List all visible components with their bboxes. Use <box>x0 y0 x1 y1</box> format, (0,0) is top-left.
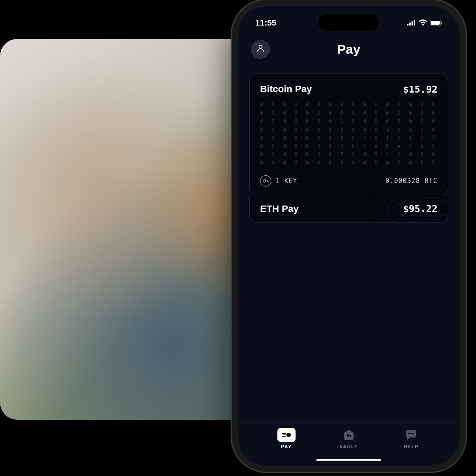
hash-matrix: 0 0 0 0 0 0 0 0 0 0 0 0 0 0 0 0 0 0 0 0 … <box>260 101 437 167</box>
svg-point-26 <box>410 433 412 434</box>
tab-label: VAULT <box>340 444 358 449</box>
vault-icon <box>340 428 358 442</box>
wallet-card-eth[interactable]: ETH Pay $95.22 <box>249 196 448 223</box>
profile-icon <box>256 44 265 55</box>
wallet-balance-fiat: $95.22 <box>403 203 437 214</box>
status-time: 11:55 <box>255 18 277 28</box>
page-title: Pay <box>337 42 360 57</box>
svg-rect-6 <box>431 21 440 25</box>
profile-button[interactable] <box>251 40 270 59</box>
tab-bar: PAY VAULT HELP <box>238 422 460 466</box>
svg-rect-0 <box>407 24 408 26</box>
wifi-icon <box>419 18 427 28</box>
tab-vault[interactable]: VAULT <box>340 428 358 449</box>
app-header: Pay <box>238 32 460 65</box>
home-indicator[interactable] <box>316 459 381 461</box>
wallet-name: Bitcoin Pay <box>260 84 312 95</box>
dynamic-island <box>318 14 379 31</box>
wallet-cards: Bitcoin Pay $15.92 0 0 0 0 0 0 0 0 0 0 0… <box>238 65 460 223</box>
cellular-icon <box>407 18 416 28</box>
svg-rect-7 <box>441 22 442 24</box>
status-icons <box>407 18 442 28</box>
wallet-balance-fiat: $15.92 <box>403 84 437 95</box>
svg-rect-2 <box>412 21 413 26</box>
phone-screen: 11:55 Pay <box>238 6 460 466</box>
svg-point-18 <box>286 433 291 437</box>
svg-point-9 <box>263 180 266 182</box>
wallet-card-bitcoin[interactable]: Bitcoin Pay $15.92 0 0 0 0 0 0 0 0 0 0 0… <box>249 74 448 196</box>
svg-point-27 <box>412 433 414 434</box>
help-icon <box>402 428 420 442</box>
tab-help[interactable]: HELP <box>402 428 420 449</box>
svg-point-8 <box>259 45 262 48</box>
keys-label: 1 KEY <box>276 177 297 185</box>
tab-label: PAY <box>281 444 292 449</box>
tab-label: HELP <box>403 444 418 449</box>
wallet-balance-crypto: 0.000328 BTC <box>386 177 437 185</box>
svg-rect-1 <box>409 23 411 26</box>
svg-rect-3 <box>414 20 415 26</box>
wallet-name: ETH Pay <box>260 203 299 215</box>
phone-frame: 11:55 Pay <box>232 0 466 472</box>
keys-badge: 1 KEY <box>260 175 297 187</box>
battery-icon <box>430 18 442 28</box>
svg-point-22 <box>347 434 349 437</box>
pay-icon <box>277 428 296 442</box>
svg-point-4 <box>422 24 424 26</box>
svg-point-25 <box>408 433 409 434</box>
key-icon <box>260 175 271 187</box>
tab-pay[interactable]: PAY <box>277 428 296 449</box>
